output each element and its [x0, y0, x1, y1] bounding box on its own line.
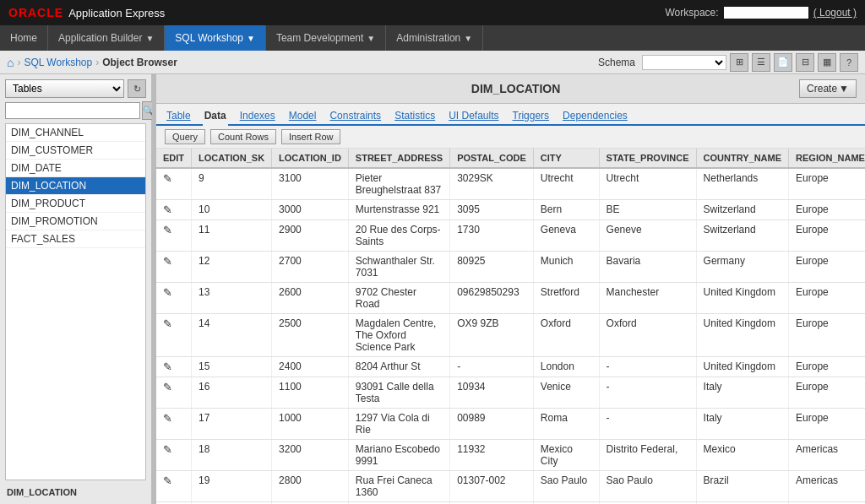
tab-model[interactable]: Model	[287, 107, 318, 126]
top-bar-right: Workspace: ( Logout )	[665, 7, 857, 19]
breadcrumb-right: Schema ⊞ ☰ 📄 ⊟ ▦ ?	[598, 53, 858, 72]
list-item[interactable]: DIM_LOCATION	[6, 177, 145, 195]
nav-sql-workshop-arrow: ▼	[247, 34, 255, 43]
data-table-container[interactable]: EDITLOCATION_SKLOCATION_IDSTREET_ADDRESS…	[156, 149, 865, 504]
tab-indexes[interactable]: Indexes	[238, 107, 277, 126]
object-list: DIM_CHANNELDIM_CUSTOMERDIM_DATEDIM_LOCAT…	[5, 123, 146, 480]
cell-edit[interactable]: ✎	[156, 357, 192, 377]
breadcrumb-object-browser: Object Browser	[102, 57, 177, 68]
cell-state_province: -	[599, 377, 696, 409]
tab-table[interactable]: Table	[165, 107, 193, 126]
tab-triggers[interactable]: Triggers	[511, 107, 552, 126]
cell-location_id: 3200	[272, 440, 349, 471]
subtab-insert-row[interactable]: Insert Row	[281, 129, 341, 144]
report-icon[interactable]: 📄	[774, 53, 792, 72]
nav-sql-workshop[interactable]: SQL Workshop ▼	[165, 25, 266, 51]
cell-location_id: 2800	[272, 471, 349, 502]
cell-edit[interactable]: ✎	[156, 283, 192, 314]
subtab-query[interactable]: Query	[165, 129, 205, 144]
table-row: ✎1710001297 Via Cola di Rie00989Roma-Ita…	[156, 409, 865, 440]
workspace-input[interactable]	[724, 7, 808, 19]
tab-ui-defaults[interactable]: UI Defaults	[447, 107, 500, 126]
table-row: ✎16110093091 Calle della Testa10934Venic…	[156, 377, 865, 409]
list-item[interactable]: FACT_SALES	[6, 230, 145, 248]
subtab-count-rows[interactable]: Count Rows	[210, 129, 276, 144]
list-view-icon[interactable]: ☰	[752, 53, 770, 72]
cell-country_name: Italy	[696, 409, 789, 440]
cell-edit[interactable]: ✎	[156, 252, 192, 283]
cell-region_name: Europe	[789, 168, 865, 200]
home-icon[interactable]: ⌂	[7, 56, 14, 69]
tab-dependencies[interactable]: Dependencies	[561, 107, 629, 126]
cell-city: Geneva	[533, 220, 599, 252]
object-type-select[interactable]: Tables Views Indexes Sequences Types Pac…	[5, 79, 124, 98]
cell-state_province: Bavaria	[599, 252, 696, 283]
cell-edit[interactable]: ✎	[156, 200, 192, 220]
table-body: ✎93100Pieter Breughelstraat 8373029SKUtr…	[156, 168, 865, 504]
tab-constraints[interactable]: Constraints	[328, 107, 383, 126]
object-type-row: Tables Views Indexes Sequences Types Pac…	[5, 79, 146, 98]
schema-select[interactable]	[642, 55, 726, 70]
layout-icon[interactable]: ⊟	[796, 53, 814, 72]
cell-city: Venice	[533, 377, 599, 409]
list-item[interactable]: DIM_CUSTOMER	[6, 142, 145, 160]
cell-location_sk: 15	[192, 357, 272, 377]
table-header-row: EDITLOCATION_SKLOCATION_IDSTREET_ADDRESS…	[156, 149, 865, 168]
grid-view-icon[interactable]: ⊞	[730, 53, 748, 72]
cell-edit[interactable]: ✎	[156, 220, 192, 252]
logout-link[interactable]: ( Logout )	[813, 7, 857, 19]
col-header-country_name: COUNTRY_NAME	[696, 149, 789, 168]
refresh-icon[interactable]: ↻	[128, 79, 146, 98]
tab-data[interactable]: Data	[203, 107, 228, 126]
cell-region_name: Americas	[789, 440, 865, 471]
cell-edit[interactable]: ✎	[156, 471, 192, 502]
cell-postal_code: 10934	[450, 377, 534, 409]
create-button[interactable]: Create ▼	[799, 79, 857, 98]
breadcrumb-sep-2: ›	[95, 57, 99, 68]
nav-home[interactable]: Home	[0, 25, 48, 51]
list-item[interactable]: DIM_CHANNEL	[6, 124, 145, 142]
cell-street_address: Murtenstrasse 921	[348, 200, 449, 220]
cell-city: Mexico City	[533, 440, 599, 471]
tab-statistics[interactable]: Statistics	[393, 107, 437, 126]
nav-admin[interactable]: Administration ▼	[386, 25, 483, 51]
cell-postal_code: 11932	[450, 440, 534, 471]
help-icon[interactable]: ?	[840, 53, 858, 72]
tabs-row: TableDataIndexesModelConstraintsStatisti…	[156, 104, 865, 126]
cell-edit[interactable]: ✎	[156, 440, 192, 471]
col-header-location_id: LOCATION_ID	[272, 149, 349, 168]
cell-edit[interactable]: ✎	[156, 409, 192, 440]
col-header-edit: EDIT	[156, 149, 192, 168]
cell-location_sk: 12	[192, 252, 272, 283]
cell-location_sk: 19	[192, 471, 272, 502]
cell-street_address: Magdalen Centre, The Oxford Science Park	[348, 314, 449, 357]
cell-edit[interactable]: ✎	[156, 314, 192, 357]
cell-state_province: Oxford	[599, 314, 696, 357]
cell-city: Munich	[533, 252, 599, 283]
dashboard-icon[interactable]: ▦	[818, 53, 836, 72]
cell-region_name: Europe	[789, 283, 865, 314]
cell-street_address: 8204 Arthur St	[348, 357, 449, 377]
cell-state_province: -	[599, 357, 696, 377]
breadcrumb-sql-workshop[interactable]: SQL Workshop	[24, 57, 92, 68]
cell-region_name: Americas	[789, 471, 865, 502]
nav-team-dev-arrow: ▼	[367, 34, 375, 43]
list-item[interactable]: DIM_PRODUCT	[6, 195, 145, 213]
cell-location_id: 3000	[272, 200, 349, 220]
cell-state_province: Sao Paulo	[599, 471, 696, 502]
cell-edit[interactable]: ✎	[156, 168, 192, 200]
nav-team-dev[interactable]: Team Development ▼	[266, 25, 386, 51]
nav-app-builder[interactable]: Application Builder ▼	[48, 25, 165, 51]
table-row: ✎1524008204 Arthur St-London-United King…	[156, 357, 865, 377]
cell-postal_code: -	[450, 357, 534, 377]
cell-country_name: United Kingdom	[696, 357, 789, 377]
cell-city: Bern	[533, 200, 599, 220]
list-item[interactable]: DIM_PROMOTION	[6, 213, 145, 230]
cell-state_province: Geneve	[599, 220, 696, 252]
data-table: EDITLOCATION_SKLOCATION_IDSTREET_ADDRESS…	[156, 149, 865, 504]
cell-street_address: 1297 Via Cola di Rie	[348, 409, 449, 440]
cell-location_id: 2600	[272, 283, 349, 314]
cell-edit[interactable]: ✎	[156, 377, 192, 409]
search-input[interactable]	[5, 102, 140, 119]
list-item[interactable]: DIM_DATE	[6, 160, 145, 177]
